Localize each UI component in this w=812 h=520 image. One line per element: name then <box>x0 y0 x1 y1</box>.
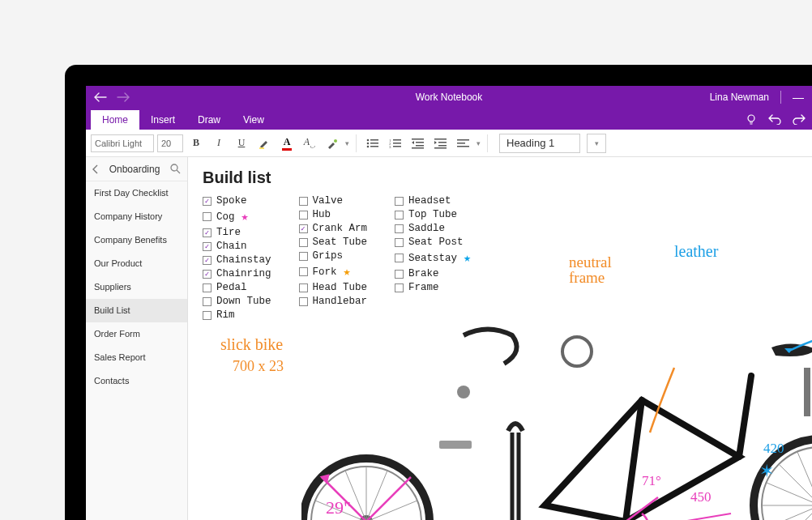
checklist-item[interactable]: ✓Chain <box>203 241 271 252</box>
checklist-item[interactable]: Head Tube <box>299 282 368 293</box>
device-frame: Work Notebook Lina Newman — Home Insert … <box>65 65 812 520</box>
checkbox-icon[interactable] <box>395 197 404 206</box>
checkbox-icon[interactable] <box>203 212 212 221</box>
checklist-item[interactable]: ✓Tire <box>203 227 271 238</box>
section-back-icon[interactable] <box>92 164 99 174</box>
checklist-item[interactable]: Seatstay★ <box>395 250 471 266</box>
svg-line-63 <box>634 514 731 520</box>
checklist-area[interactable]: ✓SpokeCog★✓Tire✓Chain✓Chainstay✓Chainrin… <box>203 195 797 321</box>
checklist-label: Headset <box>408 195 451 207</box>
checklist-label: Brake <box>408 268 439 279</box>
checklist-label: Tire <box>216 227 241 238</box>
back-icon[interactable] <box>94 92 109 102</box>
tab-home[interactable]: Home <box>91 110 139 130</box>
checklist-item[interactable]: ✓Chainstay <box>203 254 271 266</box>
checkbox-icon[interactable] <box>395 224 404 233</box>
highlight-button[interactable] <box>254 134 274 153</box>
checklist-item[interactable]: ✓Crank Arm <box>299 223 368 234</box>
ribbon-tabs: Home Insert Draw View <box>86 109 812 130</box>
lightbulb-icon[interactable] <box>746 113 757 126</box>
page-item[interactable]: Company Benefits <box>86 228 187 252</box>
font-color-button[interactable]: A <box>277 134 297 153</box>
page-item[interactable]: Contacts <box>86 369 187 393</box>
heading-dropdown-button[interactable]: ▾ <box>587 134 606 153</box>
checkbox-icon[interactable] <box>203 311 212 320</box>
checklist-item[interactable]: Rim <box>203 309 271 321</box>
checkbox-icon[interactable] <box>395 254 404 262</box>
page-item[interactable]: Build List <box>86 299 187 322</box>
search-icon[interactable] <box>170 164 181 174</box>
bold-button[interactable]: B <box>186 134 206 153</box>
heading-style-select[interactable]: Heading 1 <box>499 134 580 153</box>
checklist-item[interactable]: Saddle <box>395 223 471 234</box>
note-canvas[interactable]: Build list ✓SpokeCog★✓Tire✓Chain✓Chainst… <box>188 157 812 520</box>
page-item[interactable]: Our Product <box>86 252 187 275</box>
checkbox-icon[interactable] <box>395 283 404 292</box>
checkbox-icon[interactable] <box>299 267 308 276</box>
checklist-item[interactable]: Pedal <box>203 282 271 293</box>
checkbox-icon[interactable]: ✓ <box>203 197 212 206</box>
minimize-icon[interactable]: — <box>793 91 804 104</box>
checkbox-icon[interactable] <box>203 283 212 292</box>
checkbox-icon[interactable]: ✓ <box>203 228 212 237</box>
checkbox-icon[interactable]: ✓ <box>299 224 308 233</box>
checkbox-icon[interactable] <box>299 283 308 292</box>
page-list-sidebar: Onboarding First Day ChecklistCompany Hi… <box>86 157 188 520</box>
page-title[interactable]: Build list <box>203 168 797 187</box>
underline-button[interactable]: U <box>232 134 251 153</box>
checkbox-icon[interactable]: ✓ <box>203 242 212 251</box>
forward-icon[interactable] <box>117 92 131 102</box>
checkbox-icon[interactable] <box>395 211 404 220</box>
indent-button[interactable] <box>431 134 451 153</box>
tab-draw[interactable]: Draw <box>186 110 232 130</box>
checklist-item[interactable]: ✓Spoke <box>203 195 271 207</box>
italic-button[interactable]: I <box>209 134 229 153</box>
checkbox-icon[interactable] <box>299 211 308 220</box>
tab-view[interactable]: View <box>232 110 276 130</box>
user-name-label[interactable]: Lina Newman <box>710 92 769 103</box>
checklist-item[interactable]: Hub <box>299 209 368 220</box>
bullet-list-button[interactable] <box>363 134 382 153</box>
checklist-item[interactable]: Frame <box>395 282 471 293</box>
checklist-item[interactable]: Grips <box>299 250 368 262</box>
outdent-button[interactable] <box>408 134 428 153</box>
page-item[interactable]: First Day Checklist <box>86 181 187 205</box>
section-name-label[interactable]: Onboarding <box>105 164 164 175</box>
checklist-item[interactable]: Top Tube <box>395 209 471 220</box>
undo-icon[interactable] <box>768 113 781 126</box>
checkbox-icon[interactable] <box>299 197 308 206</box>
font-size-select[interactable]: 20 <box>157 134 183 152</box>
checklist-item[interactable]: Down Tube <box>203 296 271 307</box>
checkbox-icon[interactable] <box>299 252 308 261</box>
clear-format-button[interactable]: A◡ <box>300 134 319 153</box>
page-item[interactable]: Sales Report <box>86 346 187 369</box>
checkbox-icon[interactable] <box>299 297 308 306</box>
checklist-item[interactable]: Handlebar <box>299 296 368 307</box>
checkbox-icon[interactable]: ✓ <box>203 270 212 279</box>
checklist-item[interactable]: Seat Post <box>395 237 471 248</box>
tab-insert[interactable]: Insert <box>139 110 186 130</box>
page-item[interactable]: Suppliers <box>86 275 187 299</box>
number-list-button[interactable]: 123 <box>386 134 405 153</box>
divider <box>780 91 781 104</box>
checklist-item[interactable]: Fork★ <box>299 264 368 279</box>
align-button[interactable] <box>454 134 473 153</box>
checklist-item[interactable]: Seat Tube <box>299 237 368 248</box>
checklist-item[interactable]: Valve <box>299 195 368 207</box>
svg-rect-18 <box>412 147 424 149</box>
checkbox-icon[interactable]: ✓ <box>203 256 212 265</box>
checkbox-icon[interactable] <box>395 270 404 279</box>
font-name-select[interactable]: Calibri Light <box>91 134 154 152</box>
checkbox-icon[interactable] <box>395 238 404 247</box>
format-painter-button[interactable] <box>323 134 342 153</box>
checkbox-icon[interactable] <box>299 238 308 247</box>
checklist-item[interactable]: Headset <box>395 195 471 207</box>
page-item[interactable]: Order Form <box>86 322 187 346</box>
page-item[interactable]: Company History <box>86 205 187 228</box>
checklist-item[interactable]: Brake <box>395 268 471 279</box>
svg-text:3: 3 <box>389 145 391 149</box>
redo-icon[interactable] <box>793 113 806 126</box>
checklist-item[interactable]: Cog★ <box>203 209 271 224</box>
checklist-item[interactable]: ✓Chainring <box>203 268 271 279</box>
checkbox-icon[interactable] <box>203 297 212 306</box>
